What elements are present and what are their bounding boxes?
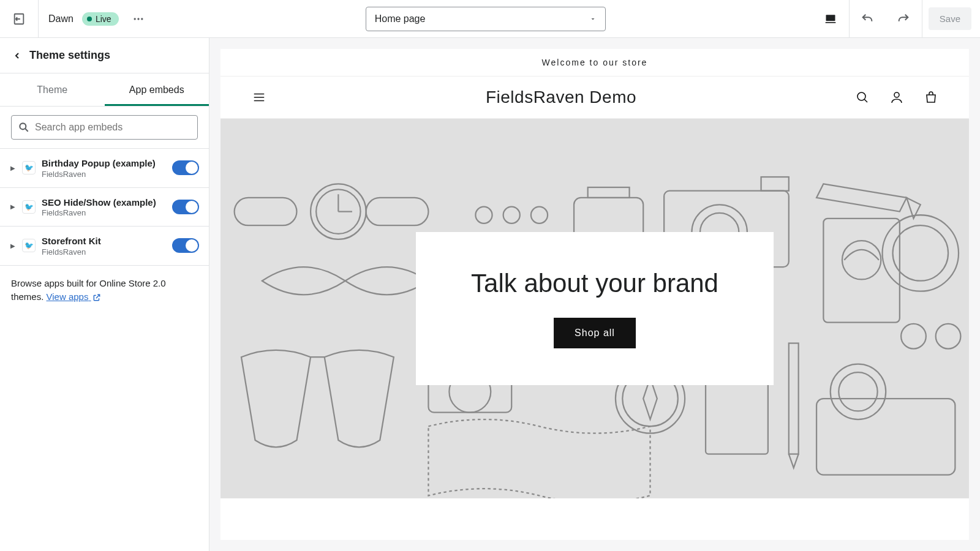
topbar-left: Dawn Live [39,8,159,30]
hamburger-icon [251,91,267,104]
preview-frame: Welcome to our store FieldsRaven Demo [221,49,969,540]
live-label: Live [96,14,111,24]
embed-row[interactable]: ▶ 🐦 SEO Hide/Show (example) FieldsRaven [0,188,209,227]
sidebar-header[interactable]: Theme settings [0,38,209,73]
topbar: Dawn Live Home page Save [0,0,980,38]
cart-button[interactable] [924,90,938,105]
bag-icon [924,90,938,105]
svg-point-8 [894,92,899,97]
dots-icon [132,13,145,25]
more-button[interactable] [127,8,149,30]
store-title: FieldsRaven Demo [486,88,636,107]
store-search-button[interactable] [855,90,870,105]
caret-right-icon: ▶ [10,165,16,171]
exit-icon [12,12,26,26]
caret-right-icon: ▶ [10,242,16,249]
hero-heading: Talk about your brand [471,269,718,298]
undo-button[interactable] [850,0,886,38]
search-icon [18,121,30,133]
preview-area: Welcome to our store FieldsRaven Demo [209,38,980,551]
topbar-center: Home page [159,7,812,31]
embed-list: ▶ 🐦 Birthday Popup (example) FieldsRaven… [0,148,209,266]
app-icon: 🐦 [22,239,36,252]
svg-point-3 [141,18,143,20]
topbar-right: Save [812,0,980,38]
announcement-bar: Welcome to our store [221,49,969,77]
embed-row[interactable]: ▶ 🐦 Storefront Kit FieldsRaven [0,227,209,266]
svg-point-1 [134,18,135,20]
embed-toggle[interactable] [172,200,199,214]
save-button[interactable]: Save [929,7,971,30]
exit-button[interactable] [0,0,39,38]
apps-hint: Browse apps built for Online Store 2.0 t… [0,266,209,315]
sidebar-tabs: Theme App embeds [0,73,209,107]
shop-all-button[interactable]: Shop all [554,318,636,348]
live-badge: Live [82,12,119,26]
search-box[interactable] [11,115,198,140]
page-select[interactable]: Home page [366,7,606,31]
menu-button[interactable] [251,91,267,104]
embed-title: SEO Hide/Show (example) [42,197,166,209]
search-input[interactable] [35,122,191,133]
theme-name: Dawn [48,13,74,24]
desktop-icon [824,13,837,25]
sidebar-title: Theme settings [29,49,110,62]
user-icon [889,90,904,105]
account-button[interactable] [889,90,904,105]
view-apps-link[interactable]: View apps [47,291,101,302]
embed-subtitle: FieldsRaven [42,170,166,179]
caret-right-icon: ▶ [10,203,16,210]
redo-icon [897,12,910,26]
sidebar: Theme settings Theme App embeds ▶ 🐦 Birt… [0,38,209,551]
app-icon: 🐦 [22,200,36,214]
chevron-left-icon [12,51,22,61]
tab-theme[interactable]: Theme [0,73,105,106]
embed-subtitle: FieldsRaven [42,247,166,257]
tab-app-embeds[interactable]: App embeds [105,73,209,106]
embed-title: Birthday Popup (example) [42,157,166,170]
embed-toggle[interactable] [172,238,199,253]
store-header: FieldsRaven Demo [221,77,969,119]
live-dot-icon [87,17,92,21]
hero-card: Talk about your brand Shop all [416,232,774,385]
hero-section: Talk about your brand Shop all [221,119,969,498]
svg-rect-5 [825,22,835,23]
redo-button[interactable] [886,0,922,38]
embed-row[interactable]: ▶ 🐦 Birthday Popup (example) FieldsRaven [0,148,209,188]
embed-toggle[interactable] [172,160,199,175]
svg-point-2 [137,18,139,20]
page-select-label: Home page [375,13,426,24]
undo-icon [861,12,874,26]
external-link-icon [92,293,101,302]
svg-point-6 [20,123,26,129]
search-icon [855,90,870,105]
embed-subtitle: FieldsRaven [42,208,166,217]
desktop-view-button[interactable] [812,0,849,38]
app-icon: 🐦 [22,161,36,174]
embed-title: Storefront Kit [42,235,166,247]
caret-down-icon [589,15,597,23]
svg-rect-4 [826,15,835,21]
